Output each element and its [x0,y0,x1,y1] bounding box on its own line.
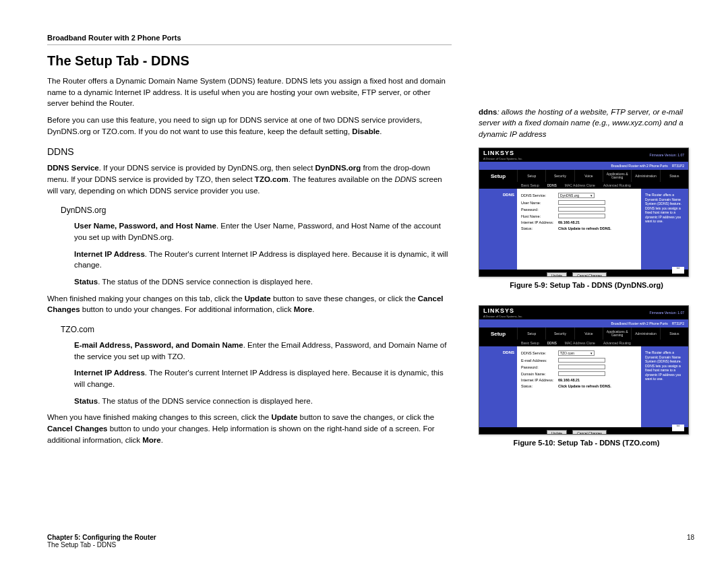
footer-left: Chapter 5: Configuring the Router The Se… [47,534,156,549]
text: . [312,305,314,313]
cisco-logo-icon: ılıılı [672,425,684,431]
subsection-dyndns: DynDNS.org [61,206,452,215]
help-panel: The Router offers a Dynamic Domain Name … [641,346,688,427]
tab-security[interactable]: Security [545,170,574,182]
password-input[interactable] [558,207,605,212]
field-bold: Status [74,278,98,286]
subsection-tzo: TZO.com [61,325,452,334]
figure-5-9-screenshot: LINKSYS A Division of Cisco Systems, Inc… [479,148,689,277]
password-label: Password: [521,208,558,212]
text: . The status of the DDNS service connect… [98,278,313,286]
cancel-changes-button[interactable]: Cancel Changes [572,430,607,435]
hostname-input[interactable] [558,214,605,218]
status-label: Status: [521,226,558,230]
tab-status[interactable]: Status [660,327,688,340]
field-bold: E-mail Address, Password, and Domain Nam… [74,341,243,349]
text: . [161,436,163,444]
update-button[interactable]: Update [547,430,567,435]
tab-setup[interactable]: Setup [517,327,545,340]
text: When you have finished making changes to… [47,413,271,421]
cancel-changes-button[interactable]: Cancel Changes [572,272,607,277]
dyndns-p2: Internet IP Address. The Router's curren… [74,249,452,271]
footer-section: The Setup Tab - DDNS [47,541,116,549]
dyndns-closing: When finished making your changes on thi… [47,293,452,315]
ddns-service-paragraph: DDNS Service. If your DDNS service is pr… [47,162,452,196]
left-panel-ddns: DDNS [479,346,517,427]
ddns-service-label: DDNS Service: [521,193,558,197]
tab-administration[interactable]: Administration [631,170,659,182]
email-input[interactable] [558,358,605,363]
ddns-service-select[interactable]: DynDNS.org▾ [558,193,595,198]
field-bold: User Name, Password, and Host Name [74,222,216,230]
tab-applications-gaming[interactable]: Applications & Gaming [603,327,631,340]
ip-label: Internet IP Address: [521,220,558,224]
more-bold: More [142,436,160,444]
cancel-bold: Cancel Changes [47,425,107,433]
subtab-basic-setup[interactable]: Basic Setup [517,182,543,189]
linksys-logo: LINKSYS [483,307,514,314]
ip-value: 69.160.48.21 [558,378,580,382]
linksys-logo: LINKSYS [483,150,514,156]
subtab-advanced-routing[interactable]: Advanced Routing [599,182,635,189]
subtab-ddns[interactable]: DDNS [543,340,561,346]
ddns-italic: DDNS [394,175,417,183]
firmware-label: Firmware Version: 1.07 [650,311,684,315]
subtab-advanced-routing[interactable]: Advanced Routing [599,340,635,346]
tab-security[interactable]: Security [545,327,574,340]
text: button to save the changes, or click the [297,413,434,421]
domain-label: Domain Name: [521,372,558,376]
cisco-logo-icon: ılıılı [672,267,684,274]
subtab-basic-setup[interactable]: Basic Setup [517,340,543,346]
password-label: Password: [521,365,558,369]
tab-voice[interactable]: Voice [574,170,603,182]
linksys-sublogo: A Division of Cisco Systems, Inc. [483,157,522,160]
tab-status[interactable]: Status [660,170,688,182]
page-title: The Setup Tab - DDNS [47,53,452,69]
update-button[interactable]: Update [547,272,567,277]
footer-chapter: Chapter 5: Configuring the Router [47,534,156,541]
disable-bold: Disable [352,127,380,135]
text: . The features available on the [289,175,395,183]
ddns-service-select[interactable]: TZO.com▾ [558,350,595,356]
tab-setup[interactable]: Setup [517,170,545,182]
tab-administration[interactable]: Administration [631,327,659,340]
subtab-ddns[interactable]: DDNS [543,182,561,189]
figure-5-9-caption: Figure 5-9: Setup Tab - DDNS (DynDNS.org… [479,281,694,289]
product-header: Broadband Router with 2 Phone Ports [47,34,452,45]
help-panel: The Router offers a Dynamic Domain Name … [641,189,688,270]
ip-label: Internet IP Address: [521,378,558,382]
model-code: RT31P2 [672,321,684,325]
username-input[interactable] [558,200,605,205]
hostname-label: Host Name: [521,214,558,218]
text: button to undo your changes. For additio… [80,305,294,313]
subtab-mac-clone[interactable]: MAC Address Clone [561,182,599,189]
domain-input[interactable] [558,371,605,376]
big-setup-tab[interactable]: Setup [479,170,517,182]
text: . If your DDNS service is provided by Dy… [99,164,315,172]
update-bold: Update [245,294,271,303]
model-line: Broadband Router with 2 Phone Ports [611,321,668,325]
chevron-down-icon: ▾ [590,351,593,355]
tab-voice[interactable]: Voice [574,327,603,340]
field-bold: Internet IP Address [74,250,145,258]
figure-5-10-screenshot: LINKSYS A Division of Cisco Systems, Inc… [479,305,689,435]
model-code: RT31P2 [672,164,684,168]
linksys-sublogo: A Division of Cisco Systems, Inc. [483,315,522,318]
tzo-closing: When you have finished making changes to… [47,412,452,445]
big-setup-tab[interactable]: Setup [479,327,517,340]
intro-paragraph-1: The Router offers a Dynamic Domain Name … [47,75,452,109]
ddns-service-bold: DDNS Service [47,164,99,172]
ip-value: 69.160.48.21 [558,220,580,224]
subtab-mac-clone[interactable]: MAC Address Clone [561,340,599,346]
text: . [380,127,382,135]
status-value: Click Update to refresh DDNS. [558,384,611,388]
text: . The status of the DDNS service connect… [98,397,313,405]
section-heading-ddns: DDNS [47,146,452,157]
dyndns-bold: DynDNS.org [315,164,361,172]
tzo-bold: TZO.com [255,175,289,183]
password-input[interactable] [558,365,605,369]
tab-applications-gaming[interactable]: Applications & Gaming [603,170,631,182]
update-bold: Update [271,413,297,421]
username-label: User Name: [521,201,558,205]
status-label: Status: [521,384,558,388]
